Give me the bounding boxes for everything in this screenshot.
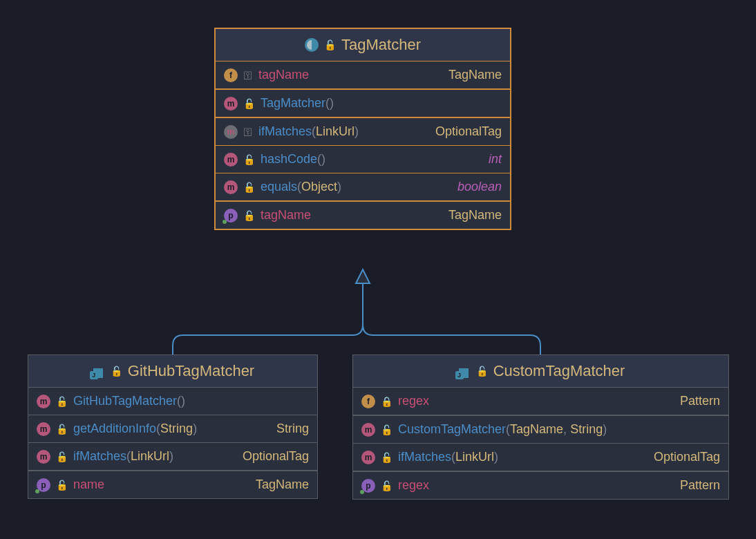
unlock-icon: 🔓 — [56, 480, 68, 491]
class-title: TagMatcher — [341, 36, 421, 54]
return-type: OptionalTag — [435, 124, 502, 139]
member-row[interactable]: m 🔓 ifMatches(LinkUrl) OptionalTag — [353, 444, 728, 471]
member-row[interactable]: m 🔓 CustomTagMatcher(TagName, String) — [353, 415, 728, 444]
method-icon: m — [361, 423, 375, 437]
key-icon: ⚿ — [243, 126, 253, 138]
member-row[interactable]: p 🔓 tagName TagName — [216, 201, 510, 229]
class-title: GitHubTagMatcher — [128, 362, 254, 380]
return-type: int — [489, 152, 502, 167]
java-class-icon — [457, 364, 471, 378]
method-icon: m — [37, 422, 50, 436]
return-type: TagName — [448, 68, 502, 82]
return-type: String — [276, 422, 309, 436]
property-icon: p — [361, 479, 375, 493]
method-icon: m — [224, 180, 238, 194]
member-name: CustomTagMatcher — [398, 422, 506, 437]
unlock-icon: 🔓 — [243, 182, 255, 193]
unlock-icon: 🔓 — [111, 366, 122, 377]
row-content: regex — [398, 478, 674, 493]
paren: ) — [169, 449, 173, 464]
svg-marker-0 — [356, 270, 370, 283]
paren: ) — [181, 394, 185, 408]
param-type: TagName — [510, 422, 563, 437]
member-name: getAdditionInfo — [73, 422, 156, 436]
param-type: Object — [301, 180, 337, 194]
class-header: 🔓 CustomTagMatcher — [353, 355, 728, 388]
class-box-githubtagmatcher[interactable]: 🔓 GitHubTagMatcher m 🔓 GitHubTagMatcher(… — [28, 354, 318, 499]
unlock-icon: 🔓 — [243, 98, 255, 109]
member-name: TagMatcher — [261, 96, 325, 111]
row-content: name — [73, 477, 250, 492]
row-content: getAdditionInfo(String) — [73, 422, 271, 436]
row-content: GitHubTagMatcher() — [73, 394, 309, 408]
row-content: ifMatches(LinkUrl) — [73, 449, 237, 464]
row-content: hashCode() — [261, 152, 483, 167]
unlock-icon: 🔓 — [381, 424, 393, 435]
comma: , — [563, 422, 570, 437]
method-icon: m — [224, 97, 238, 111]
unlock-icon: 🔓 — [381, 452, 393, 463]
param-type: LinkUrl — [131, 449, 169, 464]
class-header: 🔓 TagMatcher — [216, 29, 510, 62]
return-type: TagName — [256, 477, 309, 492]
member-name: ifMatches — [73, 449, 126, 464]
class-box-customtagmatcher[interactable]: 🔓 CustomTagMatcher f 🔒 regex Pattern m 🔓… — [352, 354, 729, 500]
property-icon: p — [37, 478, 50, 492]
member-name: regex — [398, 394, 429, 408]
unlock-icon: 🔓 — [243, 210, 255, 221]
member-rows-right: f 🔒 regex Pattern m 🔓 CustomTagMatcher(T… — [353, 388, 728, 499]
row-content: ifMatches(LinkUrl) — [398, 450, 648, 464]
row-content: tagName — [258, 68, 443, 82]
member-name: GitHubTagMatcher — [73, 394, 177, 408]
param-type: String — [160, 422, 193, 436]
key-icon: ⚿ — [243, 70, 253, 81]
member-name: ifMatches — [258, 124, 312, 139]
member-row[interactable]: ⚿ ifMatches(LinkUrl) OptionalTag — [216, 117, 510, 146]
member-row[interactable]: m 🔓 ifMatches(LinkUrl) OptionalTag — [28, 443, 317, 471]
param-type: String — [570, 422, 603, 437]
member-row[interactable]: m 🔓 getAdditionInfo(String) String — [28, 415, 317, 443]
unlock-icon: 🔓 — [324, 39, 336, 50]
unlock-icon: 🔓 — [56, 424, 68, 435]
return-type: Pattern — [680, 394, 720, 408]
member-row[interactable]: m 🔓 TagMatcher() — [216, 89, 510, 117]
unlock-icon: 🔓 — [56, 451, 68, 462]
paren: ) — [494, 450, 498, 464]
row-content: tagName — [261, 208, 443, 223]
method-icon: m — [361, 451, 375, 464]
member-name: regex — [398, 478, 429, 493]
unlock-icon: 🔓 — [476, 366, 488, 377]
return-type: TagName — [448, 208, 502, 223]
member-row[interactable]: f ⚿ tagName TagName — [216, 62, 510, 89]
class-box-tagmatcher[interactable]: 🔓 TagMatcher f ⚿ tagName TagName m 🔓 Tag… — [214, 28, 511, 230]
class-header: 🔓 GitHubTagMatcher — [28, 355, 317, 388]
member-row[interactable]: p 🔓 regex Pattern — [353, 471, 728, 499]
paren: ) — [321, 152, 325, 167]
member-row[interactable]: m 🔓 GitHubTagMatcher() — [28, 388, 317, 415]
member-name: hashCode — [261, 152, 317, 167]
member-row[interactable]: f 🔒 regex Pattern — [353, 388, 728, 415]
row-content: ifMatches(LinkUrl) — [258, 124, 430, 139]
field-icon: f — [361, 395, 375, 408]
member-name: ifMatches — [398, 450, 451, 464]
row-content: regex — [398, 394, 674, 408]
member-row[interactable]: p 🔓 name TagName — [28, 471, 317, 498]
member-name: equals — [261, 180, 297, 194]
unlock-icon: 🔓 — [381, 480, 393, 491]
row-content: TagMatcher() — [261, 96, 502, 111]
member-row[interactable]: m 🔓 hashCode() int — [216, 146, 510, 173]
method-icon: m — [37, 395, 50, 408]
param-type: LinkUrl — [455, 450, 494, 464]
unlock-icon: 🔓 — [56, 396, 68, 407]
method-icon: m — [37, 450, 50, 464]
row-content: CustomTagMatcher(TagName, String) — [398, 422, 720, 437]
java-class-icon — [91, 364, 105, 378]
member-name: name — [73, 477, 104, 492]
paren: ) — [337, 180, 341, 194]
return-type: Pattern — [680, 478, 720, 493]
member-rows-left: m 🔓 GitHubTagMatcher() m 🔓 getAdditionIn… — [28, 388, 317, 498]
member-row[interactable]: m 🔓 equals(Object) boolean — [216, 173, 510, 201]
property-icon: p — [224, 209, 238, 223]
field-icon: f — [224, 68, 238, 82]
member-name: tagName — [258, 68, 309, 82]
